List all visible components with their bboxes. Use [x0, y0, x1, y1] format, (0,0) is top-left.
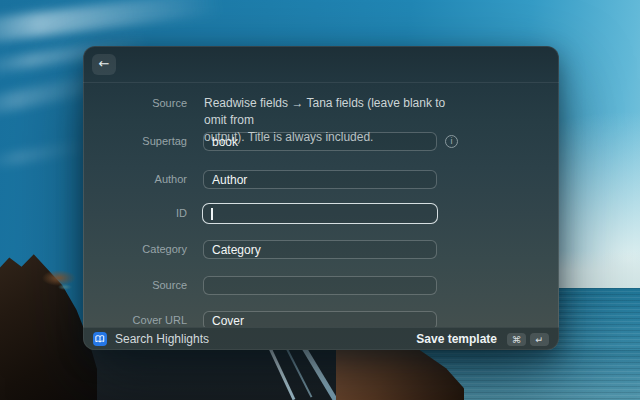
author-value: Author [212, 173, 247, 187]
field-label-source: Source [83, 276, 187, 295]
field-label-id: ID [83, 203, 187, 224]
form-row-cover-url: Cover URL Cover [83, 311, 559, 327]
command-key-icon: ⌘ [507, 333, 526, 346]
author-input[interactable]: Author [203, 170, 437, 189]
return-key-icon: ↵ [530, 333, 549, 346]
id-input[interactable] [202, 203, 438, 224]
form-row-author: Author Author [83, 170, 559, 189]
save-template-button[interactable]: Save template [416, 332, 497, 346]
category-input[interactable]: Category [203, 240, 437, 259]
command-name: Search Highlights [115, 332, 209, 346]
cover-url-value: Cover [212, 314, 244, 328]
supertag-input[interactable]: book [203, 132, 437, 151]
footer-left: Search Highlights [93, 332, 209, 346]
form-row-supertag: Supertag book i [83, 132, 559, 151]
description-line-1: Readwise fields → Tana fields (leave bla… [204, 96, 445, 127]
supertag-value: book [212, 135, 238, 149]
form-row-id: ID [83, 203, 559, 224]
window-footer: Search Highlights Save template ⌘ ↵ [83, 327, 559, 350]
cover-url-input[interactable]: Cover [203, 311, 437, 327]
category-value: Category [212, 243, 261, 257]
window-header: ← [83, 46, 559, 83]
field-label-source-description: Source [83, 95, 187, 112]
info-icon[interactable]: i [445, 135, 458, 148]
footer-right: Save template ⌘ ↵ [416, 332, 549, 346]
raycast-window: ← Source Readwise fields → Tana fields (… [83, 46, 559, 350]
field-label-category: Category [83, 240, 187, 259]
form-row-category: Category Category [83, 240, 559, 259]
back-arrow-icon: ← [99, 54, 110, 74]
text-cursor [211, 208, 213, 220]
readwise-book-icon [93, 332, 107, 346]
form-row-description: Source Readwise fields → Tana fields (le… [83, 95, 559, 129]
field-label-supertag: Supertag [83, 132, 187, 151]
field-label-cover-url: Cover URL [83, 311, 187, 327]
form-body: Source Readwise fields → Tana fields (le… [83, 84, 559, 327]
back-button[interactable]: ← [92, 54, 116, 75]
field-label-author: Author [83, 170, 187, 189]
form-row-source: Source [83, 276, 559, 295]
cliff-glint [58, 284, 72, 290]
source-input[interactable] [203, 276, 437, 295]
